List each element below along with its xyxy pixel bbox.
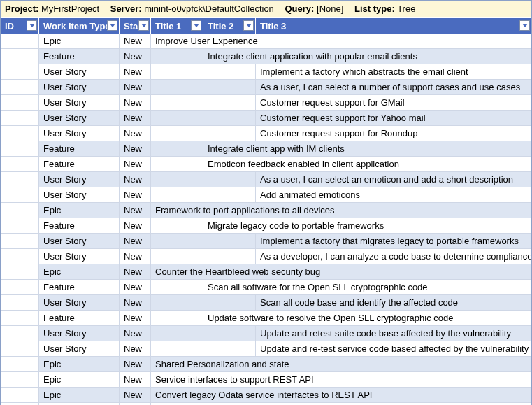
cell-work-item-type[interactable]: User Story bbox=[39, 126, 120, 141]
filter-dropdown-icon[interactable] bbox=[243, 20, 254, 31]
cell-state[interactable]: New bbox=[120, 249, 151, 264]
cell-id[interactable] bbox=[1, 280, 39, 294]
table-row[interactable]: User StoryNewUpdate and retest suite cod… bbox=[1, 326, 531, 341]
cell-id[interactable] bbox=[1, 203, 39, 218]
cell-work-item-type[interactable]: Epic bbox=[39, 372, 120, 387]
cell-id[interactable] bbox=[1, 95, 39, 110]
cell-work-item-type[interactable]: Feature bbox=[39, 280, 120, 294]
cell-title2[interactable] bbox=[203, 172, 256, 187]
cell-title1[interactable] bbox=[151, 141, 203, 156]
cell-work-item-type[interactable]: Feature bbox=[39, 157, 120, 171]
cell-title1[interactable] bbox=[151, 311, 203, 325]
cell-title1[interactable]: Counter the Heartbleed web security bug bbox=[151, 264, 531, 279]
cell-id[interactable] bbox=[1, 218, 39, 233]
cell-title1[interactable] bbox=[151, 249, 203, 264]
cell-id[interactable] bbox=[1, 64, 39, 79]
table-row[interactable]: EpicNewCounter the Heartbleed web securi… bbox=[1, 264, 531, 280]
table-row[interactable]: User StoryNewCustomer request support fo… bbox=[1, 126, 531, 141]
cell-work-item-type[interactable]: User Story bbox=[39, 234, 120, 248]
cell-work-item-type[interactable]: User Story bbox=[39, 95, 120, 110]
cell-id[interactable] bbox=[1, 80, 39, 94]
cell-work-item-type[interactable]: User Story bbox=[39, 172, 120, 187]
cell-title3[interactable]: Customer request support for GMail bbox=[256, 95, 531, 110]
filter-dropdown-icon[interactable] bbox=[27, 20, 37, 31]
cell-work-item-type[interactable]: Epic bbox=[39, 264, 120, 279]
cell-title1[interactable]: Shared Personalization and state bbox=[151, 357, 531, 371]
cell-work-item-type[interactable]: User Story bbox=[39, 187, 120, 202]
cell-work-item-type[interactable]: Epic bbox=[39, 34, 120, 48]
column-header-state[interactable]: State bbox=[120, 18, 151, 34]
cell-id[interactable] bbox=[1, 234, 39, 248]
cell-title1[interactable] bbox=[151, 280, 203, 294]
cell-title2[interactable] bbox=[203, 295, 256, 310]
cell-state[interactable]: New bbox=[120, 172, 151, 187]
filter-dropdown-icon[interactable] bbox=[519, 20, 530, 31]
table-row[interactable]: EpicNewFramework to port applications to… bbox=[1, 203, 531, 218]
cell-id[interactable] bbox=[1, 157, 39, 171]
table-row[interactable]: FeatureNewIntegrate client app with IM c… bbox=[1, 141, 531, 157]
cell-state[interactable]: New bbox=[120, 234, 151, 248]
table-row[interactable]: FeatureNewScan all software for the Open… bbox=[1, 280, 531, 295]
cell-state[interactable]: New bbox=[120, 111, 151, 125]
cell-work-item-type[interactable]: User Story bbox=[39, 249, 120, 264]
cell-title2[interactable]: Integrate client application with popula… bbox=[203, 49, 531, 64]
cell-id[interactable] bbox=[1, 111, 39, 125]
table-row[interactable]: User StoryNewAs a user, I can select an … bbox=[1, 172, 531, 187]
cell-title3[interactable]: As a developer, I can analyze a code bas… bbox=[256, 249, 531, 264]
cell-title1[interactable] bbox=[151, 218, 203, 233]
cell-state[interactable]: New bbox=[120, 295, 151, 310]
cell-title2[interactable] bbox=[203, 80, 256, 94]
cell-id[interactable] bbox=[1, 126, 39, 141]
cell-title1[interactable] bbox=[151, 64, 203, 79]
cell-state[interactable]: New bbox=[120, 264, 151, 279]
cell-id[interactable] bbox=[1, 388, 39, 402]
filter-dropdown-icon[interactable] bbox=[191, 20, 201, 31]
cell-title2[interactable] bbox=[203, 249, 256, 264]
table-row[interactable]: User StoryNewAs a developer, I can analy… bbox=[1, 249, 531, 264]
cell-work-item-type[interactable]: User Story bbox=[39, 295, 120, 310]
cell-title3[interactable]: Implement a factory which abstracts the … bbox=[256, 64, 531, 79]
cell-state[interactable]: New bbox=[120, 80, 151, 94]
cell-title1[interactable] bbox=[151, 187, 203, 202]
cell-title1[interactable] bbox=[151, 157, 203, 171]
cell-id[interactable] bbox=[1, 372, 39, 387]
cell-work-item-type[interactable]: User Story bbox=[39, 111, 120, 125]
cell-title2[interactable] bbox=[203, 111, 256, 125]
cell-work-item-type[interactable]: User Story bbox=[39, 326, 120, 341]
cell-title3[interactable]: As a user, I can select a number of supp… bbox=[256, 80, 531, 94]
cell-title3[interactable]: Update and re-test service code based af… bbox=[256, 341, 531, 356]
cell-work-item-type[interactable]: User Story bbox=[39, 64, 120, 79]
cell-title2[interactable]: Scan all software for the Open SLL crypt… bbox=[203, 280, 531, 294]
cell-state[interactable]: New bbox=[120, 311, 151, 325]
table-row[interactable]: FeatureNewMigrate legacy code to portabl… bbox=[1, 218, 531, 234]
cell-title2[interactable]: Emoticon feedback enabled in client appl… bbox=[203, 157, 531, 171]
cell-title1[interactable] bbox=[151, 341, 203, 356]
cell-work-item-type[interactable]: Epic bbox=[39, 388, 120, 402]
column-header-title1[interactable]: Title 1 bbox=[151, 18, 203, 34]
table-row[interactable]: User StoryNewImplement a factory that mi… bbox=[1, 234, 531, 249]
cell-state[interactable]: New bbox=[120, 218, 151, 233]
cell-title1[interactable] bbox=[151, 234, 203, 248]
table-row[interactable]: User StoryNewCustomer request support fo… bbox=[1, 111, 531, 126]
cell-title1[interactable] bbox=[151, 111, 203, 125]
cell-title3[interactable]: Implement a factory that migrates legacy… bbox=[256, 234, 531, 248]
table-row[interactable]: FeatureNewEmoticon feedback enabled in c… bbox=[1, 157, 531, 172]
cell-work-item-type[interactable]: Feature bbox=[39, 311, 120, 325]
cell-title2[interactable] bbox=[203, 187, 256, 202]
cell-title2[interactable] bbox=[203, 95, 256, 110]
cell-title3[interactable]: Update and retest suite code base affect… bbox=[256, 326, 531, 341]
cell-title2[interactable]: Integrate client app with IM clients bbox=[203, 141, 531, 156]
table-row[interactable]: FeatureNewIntegrate client application w… bbox=[1, 49, 531, 64]
cell-state[interactable]: New bbox=[120, 187, 151, 202]
table-row[interactable]: User StoryNewAdd animated emoticons bbox=[1, 187, 531, 203]
cell-work-item-type[interactable]: Epic bbox=[39, 357, 120, 371]
cell-title1[interactable]: Convert legacy Odata service interfactes… bbox=[151, 388, 531, 402]
table-row[interactable]: User StoryNewScan all code base and iden… bbox=[1, 295, 531, 311]
cell-title2[interactable] bbox=[203, 234, 256, 248]
cell-id[interactable] bbox=[1, 326, 39, 341]
cell-title3[interactable]: Scan all code base and identify the affe… bbox=[256, 295, 531, 310]
cell-title3[interactable]: As a user, I can select an emoticon and … bbox=[256, 172, 531, 187]
cell-id[interactable] bbox=[1, 187, 39, 202]
cell-id[interactable] bbox=[1, 264, 39, 279]
cell-title1[interactable] bbox=[151, 80, 203, 94]
